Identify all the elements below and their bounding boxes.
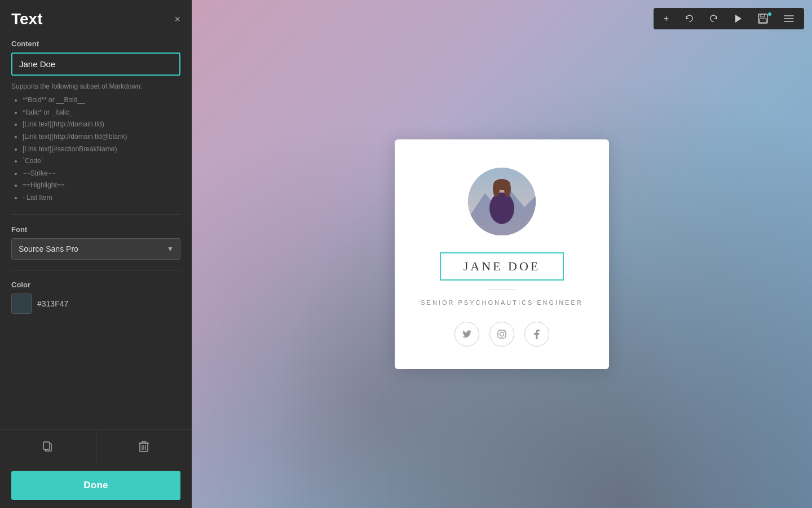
- content-label: Content: [11, 40, 180, 48]
- markdown-item: *Italic* or _Italic_: [23, 107, 180, 119]
- undo-button[interactable]: [677, 8, 701, 29]
- panel-body: Content Supports the following subset of…: [0, 34, 192, 424]
- save-dot: [768, 12, 771, 16]
- twitter-icon: [462, 330, 471, 338]
- play-icon: [734, 14, 742, 23]
- avatar-image: [468, 168, 536, 235]
- menu-button[interactable]: [776, 9, 802, 28]
- svg-rect-12: [760, 14, 765, 17]
- trash-icon: [138, 440, 149, 453]
- svg-rect-13: [760, 19, 766, 23]
- instagram-button[interactable]: [489, 322, 514, 347]
- color-label: Color: [11, 281, 180, 289]
- markdown-item: ~~Strike~~: [23, 168, 180, 180]
- avatar: [468, 168, 536, 235]
- font-select-wrapper: Source Sans Pro Arial Georgia Helvetica …: [11, 238, 180, 260]
- font-select[interactable]: Source Sans Pro Arial Georgia Helvetica …: [11, 238, 180, 260]
- markdown-item: **Bold** or __Bold__: [23, 94, 180, 107]
- markdown-item: `Code`: [23, 155, 180, 168]
- copy-icon: [42, 441, 54, 452]
- profile-name: JANE DOE: [464, 259, 541, 273]
- delete-button[interactable]: [96, 430, 192, 463]
- color-row: #313F47: [11, 294, 180, 314]
- svg-marker-10: [735, 15, 742, 23]
- markdown-info: Supports the following subset of Markdow…: [11, 81, 180, 204]
- markdown-item: [Link text](#sectionBreakName): [23, 143, 180, 156]
- menu-icon: [784, 15, 794, 23]
- done-button[interactable]: Done: [11, 471, 180, 500]
- toolbar: +: [654, 8, 804, 29]
- add-button[interactable]: +: [656, 8, 677, 29]
- name-divider: [488, 290, 516, 290]
- font-label: Font: [11, 225, 180, 234]
- play-button[interactable]: [726, 8, 750, 29]
- markdown-item: [Link text](http://domain.tld@blank): [23, 131, 180, 143]
- left-panel: Text × Content Supports the following su…: [0, 0, 192, 508]
- divider: [11, 214, 180, 215]
- svg-point-20: [489, 192, 514, 224]
- markdown-item: - List Item: [23, 192, 180, 204]
- svg-rect-1: [43, 442, 50, 449]
- markdown-item: [Link text](http://domain.tld): [23, 119, 180, 131]
- redo-icon: [709, 14, 718, 23]
- svg-point-22: [493, 181, 500, 197]
- twitter-button[interactable]: [454, 322, 479, 347]
- save-icon: [758, 14, 768, 24]
- markdown-item: ==Highlight==: [23, 179, 180, 192]
- facebook-icon: [534, 329, 540, 339]
- color-hex-value: #313F47: [37, 299, 180, 308]
- divider-2: [11, 270, 180, 270]
- panel-actions: [0, 430, 192, 463]
- profile-card: JANE DOE SENIOR PSYCHONAUTICS ENGINEER: [395, 139, 609, 369]
- profile-title: SENIOR PSYCHONAUTICS ENGINEER: [421, 299, 582, 306]
- name-box: JANE DOE: [440, 252, 564, 281]
- undo-icon: [685, 14, 694, 23]
- close-button[interactable]: ×: [174, 14, 180, 24]
- svg-point-25: [500, 332, 504, 336]
- svg-point-26: [504, 331, 505, 332]
- svg-rect-24: [498, 330, 506, 338]
- redo-button[interactable]: [701, 8, 726, 29]
- color-swatch[interactable]: [11, 294, 32, 314]
- social-icons: [454, 322, 549, 347]
- copy-button[interactable]: [0, 430, 96, 463]
- panel-title: Text: [11, 10, 43, 28]
- panel-header: Text ×: [0, 0, 192, 34]
- svg-point-23: [504, 181, 511, 197]
- instagram-icon: [497, 330, 506, 339]
- content-input[interactable]: [11, 52, 180, 76]
- markdown-list: **Bold** or __Bold__ *Italic* or _Italic…: [11, 94, 180, 204]
- canvas-area: +: [192, 0, 812, 508]
- save-button[interactable]: [750, 8, 776, 29]
- facebook-button[interactable]: [524, 322, 549, 347]
